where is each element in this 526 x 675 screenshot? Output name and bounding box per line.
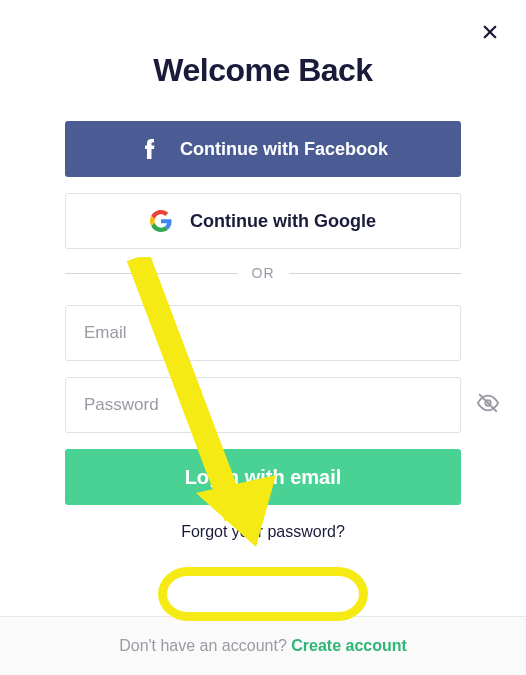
password-field-wrap [65,377,461,433]
divider-line-left [65,273,238,274]
close-icon [481,23,499,41]
continue-google-button[interactable]: Continue with Google [65,193,461,249]
toggle-password-visibility[interactable] [477,392,499,418]
create-account-link[interactable]: Create account [291,637,407,654]
divider: OR [65,265,461,281]
facebook-label: Continue with Facebook [180,139,388,160]
footer-prompt: Don't have an account? [119,637,291,654]
login-button[interactable]: Login with email [65,449,461,505]
email-field-wrap [65,305,461,361]
continue-facebook-button[interactable]: Continue with Facebook [65,121,461,177]
google-icon [150,210,172,232]
email-field[interactable] [65,305,461,361]
annotation-highlight-ellipse [158,567,368,621]
forgot-password-link[interactable]: Forgot your password? [181,523,345,540]
close-button[interactable] [478,20,502,44]
google-label: Continue with Google [190,211,376,232]
password-field[interactable] [65,377,461,433]
login-label: Login with email [185,466,342,489]
footer: Don't have an account? Create account [0,616,526,675]
login-modal: Welcome Back Continue with Facebook Cont… [0,0,526,569]
divider-text: OR [252,265,275,281]
forgot-password-wrap: Forgot your password? [65,523,461,569]
eye-off-icon [477,392,499,414]
page-title: Welcome Back [65,52,461,89]
facebook-icon [138,137,162,161]
divider-line-right [289,273,462,274]
